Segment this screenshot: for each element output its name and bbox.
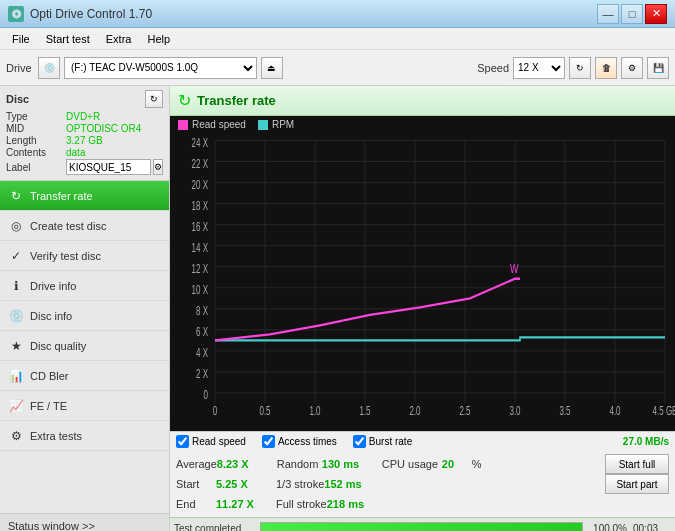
svg-text:3.0: 3.0: [509, 405, 520, 418]
svg-rect-0: [170, 133, 675, 426]
svg-text:20 X: 20 X: [192, 178, 209, 191]
access-times-checkbox[interactable]: [262, 435, 275, 448]
maximize-button[interactable]: □: [621, 4, 643, 24]
disc-title: Disc: [6, 93, 29, 105]
start-full-button[interactable]: Start full: [605, 454, 669, 474]
disc-quality-icon: ★: [8, 338, 24, 354]
disc-refresh-btn[interactable]: ↻: [145, 90, 163, 108]
chart-header: ↻ Transfer rate: [170, 86, 675, 116]
mid-value: OPTODISC OR4: [66, 123, 141, 134]
main-area: Disc ↻ Type DVD+R MID OPTODISC OR4 Lengt…: [0, 86, 675, 531]
svg-text:6 X: 6 X: [196, 325, 208, 338]
access-times-check[interactable]: Access times: [262, 435, 337, 448]
svg-text:3.5: 3.5: [559, 405, 570, 418]
contents-label: Contents: [6, 147, 66, 158]
legend-read-speed-label: Read speed: [192, 119, 246, 130]
menu-start-test[interactable]: Start test: [38, 31, 98, 47]
drive-select[interactable]: (F:) TEAC DV-W5000S 1.0Q: [64, 57, 257, 79]
progress-bar-container: [260, 522, 583, 532]
legend-rpm: RPM: [258, 119, 294, 130]
svg-text:2 X: 2 X: [196, 367, 208, 380]
speed-refresh-btn[interactable]: ↻: [569, 57, 591, 79]
progress-time: 00:03: [633, 523, 671, 531]
sidebar-item-extra-tests[interactable]: ⚙ Extra tests: [0, 421, 169, 451]
average-label: Average: [176, 458, 217, 470]
sidebar-item-transfer-rate[interactable]: ↻ Transfer rate: [0, 181, 169, 211]
burst-rate-value: 27.0 MB/s: [623, 436, 669, 447]
nav-label-transfer-rate: Transfer rate: [30, 190, 93, 202]
read-speed-check-label: Read speed: [192, 436, 246, 447]
options-btn[interactable]: ⚙: [621, 57, 643, 79]
drive-toolbar: Drive 💿 (F:) TEAC DV-W5000S 1.0Q ⏏ Speed…: [0, 50, 675, 86]
end-label: End: [176, 498, 216, 510]
close-button[interactable]: ✕: [645, 4, 667, 24]
speed-label: Speed: [477, 62, 509, 74]
burst-rate-display: 27.0 MB/s: [623, 436, 669, 447]
read-speed-check[interactable]: Read speed: [176, 435, 246, 448]
sidebar-item-verify-test-disc[interactable]: ✓ Verify test disc: [0, 241, 169, 271]
nav-items: ↻ Transfer rate ◎ Create test disc ✓ Ver…: [0, 181, 169, 513]
create-test-disc-icon: ◎: [8, 218, 24, 234]
stats-area: Average 8.23 X Random 130 ms CPU usage 2…: [170, 451, 675, 517]
status-window-label: Status window >>: [8, 520, 95, 531]
chart-legend: Read speed RPM: [170, 116, 675, 133]
label-edit-btn[interactable]: ⚙: [153, 159, 163, 175]
menu-help[interactable]: Help: [139, 31, 178, 47]
speed-select[interactable]: 12 X: [513, 57, 565, 79]
sidebar-item-cd-bler[interactable]: 📊 CD Bler: [0, 361, 169, 391]
label-input[interactable]: [66, 159, 151, 175]
svg-text:2.0: 2.0: [409, 405, 420, 418]
length-label: Length: [6, 135, 66, 146]
full-stroke-value: 218 ms: [327, 498, 377, 510]
verify-test-disc-icon: ✓: [8, 248, 24, 264]
burst-rate-checkbox[interactable]: [353, 435, 366, 448]
progress-area: Test completed 100.0% 00:03: [170, 517, 675, 531]
stats-row-start: Start 5.25 X 1/3 stroke 152 ms Start par…: [176, 474, 669, 494]
chart-header-icon: ↻: [178, 91, 191, 110]
menu-file[interactable]: File: [4, 31, 38, 47]
nav-label-fe-te: FE / TE: [30, 400, 67, 412]
sidebar-item-create-test-disc[interactable]: ◎ Create test disc: [0, 211, 169, 241]
cpu-usage-label: CPU usage: [372, 458, 442, 470]
erase-btn[interactable]: 🗑: [595, 57, 617, 79]
stats-row-end: End 11.27 X Full stroke 218 ms: [176, 494, 669, 514]
nav-label-verify-test-disc: Verify test disc: [30, 250, 101, 262]
svg-text:24 X: 24 X: [192, 136, 209, 149]
save-btn[interactable]: 💾: [647, 57, 669, 79]
nav-label-drive-info: Drive info: [30, 280, 76, 292]
svg-text:2.5: 2.5: [459, 405, 470, 418]
svg-text:1.5: 1.5: [359, 405, 370, 418]
read-speed-checkbox[interactable]: [176, 435, 189, 448]
legend-rpm-dot: [258, 120, 268, 130]
progress-percent: 100.0%: [589, 523, 627, 531]
sidebar-item-disc-info[interactable]: 💿 Disc info: [0, 301, 169, 331]
menu-extra[interactable]: Extra: [98, 31, 140, 47]
sidebar-item-drive-info[interactable]: ℹ Drive info: [0, 271, 169, 301]
cpu-usage-value: 20: [442, 458, 472, 470]
contents-value: data: [66, 147, 85, 158]
svg-text:18 X: 18 X: [192, 199, 209, 212]
stroke13-label: 1/3 stroke: [256, 478, 324, 490]
drive-info-icon: ℹ: [8, 278, 24, 294]
start-part-button[interactable]: Start part: [605, 474, 669, 494]
extra-tests-icon: ⚙: [8, 428, 24, 444]
chart-container: Read speed RPM: [170, 116, 675, 431]
svg-text:8 X: 8 X: [196, 304, 208, 317]
access-times-check-label: Access times: [278, 436, 337, 447]
random-value: 130 ms: [322, 458, 372, 470]
end-value: 11.27 X: [216, 498, 256, 510]
minimize-button[interactable]: —: [597, 4, 619, 24]
sidebar-item-fe-te[interactable]: 📈 FE / TE: [0, 391, 169, 421]
fe-te-icon: 📈: [8, 398, 24, 414]
svg-text:4 X: 4 X: [196, 346, 208, 359]
nav-label-extra-tests: Extra tests: [30, 430, 82, 442]
nav-label-cd-bler: CD Bler: [30, 370, 69, 382]
eject-button[interactable]: ⏏: [261, 57, 283, 79]
sidebar-item-disc-quality[interactable]: ★ Disc quality: [0, 331, 169, 361]
burst-rate-check[interactable]: Burst rate: [353, 435, 412, 448]
svg-text:1.0: 1.0: [309, 405, 320, 418]
drive-icon-btn[interactable]: 💿: [38, 57, 60, 79]
svg-text:16 X: 16 X: [192, 220, 209, 233]
status-window-button[interactable]: Status window >>: [0, 513, 169, 531]
burst-rate-check-label: Burst rate: [369, 436, 412, 447]
